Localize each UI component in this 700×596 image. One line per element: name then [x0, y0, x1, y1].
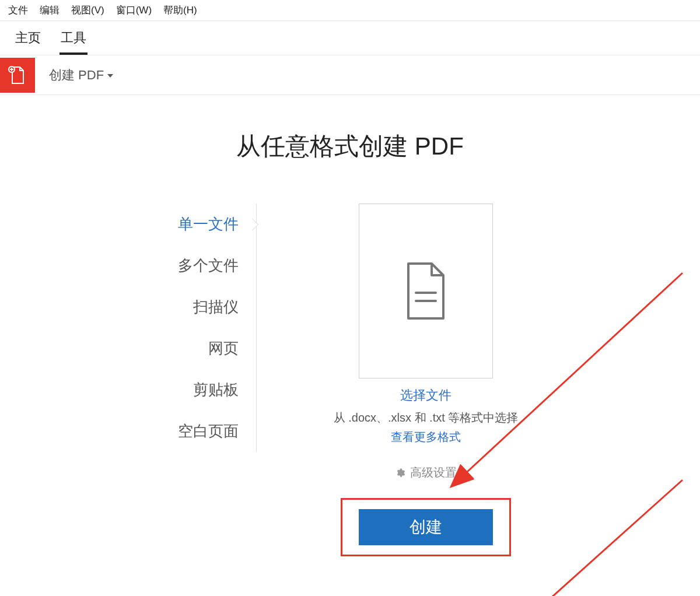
- tabs: 主页 工具: [0, 21, 700, 55]
- file-dropzone[interactable]: [359, 204, 493, 378]
- source-clipboard[interactable]: 剪贴板: [140, 369, 256, 411]
- source-blank-page[interactable]: 空白页面: [140, 411, 256, 452]
- toolbar: 创建 PDF: [0, 55, 700, 95]
- main: 从任意格式创建 PDF 单一文件 多个文件 扫描仪 网页 剪贴板 空白页面 选择…: [0, 95, 700, 556]
- source-multiple-files[interactable]: 多个文件: [140, 245, 256, 286]
- menubar: 文件 编辑 视图(V) 窗口(W) 帮助(H): [0, 0, 700, 21]
- page-title: 从任意格式创建 PDF: [0, 130, 700, 163]
- source-list: 单一文件 多个文件 扫描仪 网页 剪贴板 空白页面: [140, 204, 257, 452]
- menu-window[interactable]: 窗口(W): [116, 3, 152, 17]
- menu-file[interactable]: 文件: [8, 3, 28, 17]
- more-formats-link[interactable]: 查看更多格式: [391, 429, 461, 445]
- chevron-down-icon: [107, 74, 113, 78]
- create-button[interactable]: 创建: [359, 509, 493, 545]
- create-pdf-dropdown[interactable]: 创建 PDF: [49, 66, 113, 84]
- tab-tools[interactable]: 工具: [60, 27, 88, 55]
- source-webpage[interactable]: 网页: [140, 328, 256, 369]
- source-single-file[interactable]: 单一文件: [140, 204, 256, 245]
- formats-hint: 从 .docx、.xlsx 和 .txt 等格式中选择: [334, 410, 519, 426]
- create-pdf-icon: [0, 58, 35, 93]
- document-icon: [400, 259, 452, 323]
- advanced-settings-label: 高级设置: [410, 465, 457, 481]
- menu-view[interactable]: 视图(V): [71, 3, 104, 17]
- create-pdf-label: 创建 PDF: [49, 66, 104, 84]
- content: 单一文件 多个文件 扫描仪 网页 剪贴板 空白页面 选择文件 从 .docx、.…: [0, 204, 700, 556]
- menu-edit[interactable]: 编辑: [40, 3, 60, 17]
- tab-home[interactable]: 主页: [14, 27, 42, 55]
- select-file-link[interactable]: 选择文件: [400, 387, 452, 404]
- menu-help[interactable]: 帮助(H): [163, 3, 197, 17]
- source-scanner[interactable]: 扫描仪: [140, 286, 256, 328]
- gear-icon: [395, 468, 405, 478]
- create-button-highlight: 创建: [341, 498, 511, 556]
- create-panel: 选择文件 从 .docx、.xlsx 和 .txt 等格式中选择 查看更多格式 …: [257, 204, 560, 556]
- advanced-settings[interactable]: 高级设置: [395, 465, 457, 481]
